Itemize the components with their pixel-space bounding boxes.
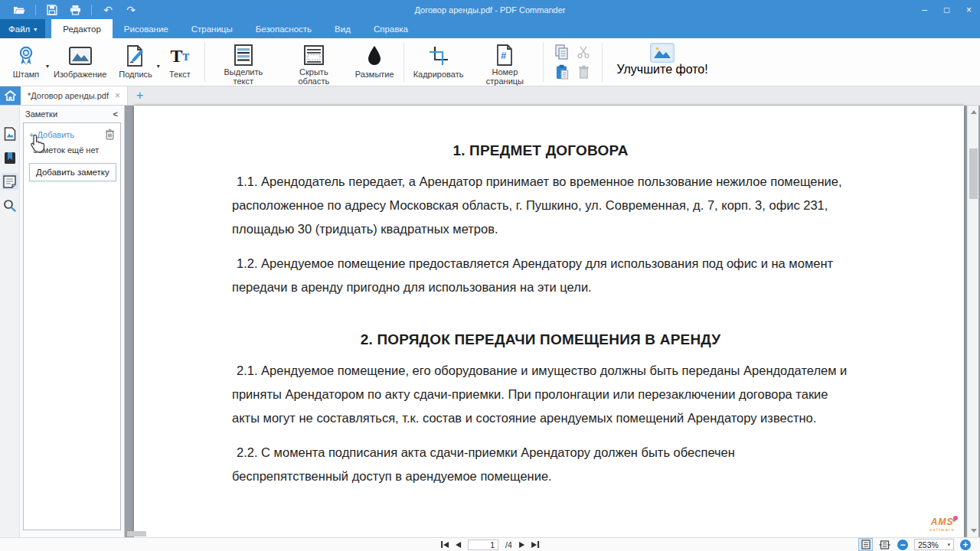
zoom-level-value: 253%	[918, 540, 939, 549]
file-menu-label: Файл	[8, 24, 30, 34]
page-number-input[interactable]	[468, 540, 498, 550]
file-menu-button[interactable]: Файл ▾	[0, 19, 45, 38]
print-button[interactable]	[64, 0, 87, 19]
titlebar-separator	[35, 5, 36, 15]
improve-photo-icon	[652, 45, 672, 60]
horizontal-scrollbar-thumb[interactable]	[127, 531, 146, 536]
text-tool-icon: т	[182, 48, 189, 64]
redo-icon: ↷	[126, 5, 136, 15]
scroll-up-icon[interactable]	[971, 110, 977, 114]
save-icon	[47, 5, 57, 15]
tab-label: Рисование	[124, 24, 168, 34]
signature-button[interactable]: Подпись ▾	[113, 38, 158, 86]
fit-page-button[interactable]	[859, 539, 872, 550]
undo-button[interactable]: ↶	[96, 0, 119, 19]
crop-button[interactable]: Кадрировать	[407, 38, 470, 86]
paste-button[interactable]	[556, 64, 569, 83]
trash-icon	[578, 65, 590, 79]
paste-icon	[556, 64, 569, 80]
sidebar-item-search[interactable]	[2, 197, 18, 214]
toolbar-separator	[602, 42, 603, 82]
save-button[interactable]	[41, 0, 64, 19]
folder-open-icon	[13, 5, 25, 15]
tab-label: Редактор	[63, 24, 101, 34]
document-tab-active[interactable]: *Договор аренды.pdf ×	[21, 86, 128, 105]
tab-label: Страницы	[191, 24, 233, 34]
hand-cursor-icon	[27, 132, 47, 158]
close-button[interactable]: ×	[958, 0, 980, 19]
tab-close-icon[interactable]: ×	[115, 91, 120, 100]
tab-label: Безопасность	[256, 24, 312, 34]
pdf-commander-window: ↶ ↷ Договор аренды.pdf - PDF Commander –…	[0, 0, 980, 551]
window-title: Договор аренды.pdf - PDF Commander	[0, 5, 980, 15]
tab-security[interactable]: Безопасность	[244, 19, 323, 38]
next-page-button[interactable]	[519, 542, 524, 548]
minimize-button[interactable]: –	[913, 0, 936, 19]
signature-icon	[125, 45, 146, 67]
thumbnails-icon	[4, 127, 16, 141]
collapse-panel-icon[interactable]: <	[113, 109, 118, 119]
text-button[interactable]: Tт Текст	[158, 38, 201, 86]
cut-scissors-icon	[577, 45, 590, 59]
cut-button[interactable]	[577, 45, 590, 62]
document-paragraph: 1.1. Арендодатель передает, а Арендатор …	[232, 170, 849, 241]
print-icon	[70, 5, 81, 15]
tab-pages[interactable]: Страницы	[180, 19, 244, 38]
tool-label: Выделить текст	[214, 67, 273, 86]
blur-button[interactable]: Размытие	[349, 38, 400, 86]
page-total-label: /4	[505, 540, 512, 549]
tab-editor[interactable]: Редактор	[51, 19, 113, 38]
fit-width-button[interactable]	[878, 539, 891, 550]
title-bar: ↶ ↷ Договор аренды.pdf - PDF Commander –…	[0, 0, 980, 19]
tab-view[interactable]: Вид	[323, 19, 362, 38]
tab-help[interactable]: Справка	[362, 19, 420, 38]
new-tab-button[interactable]: +	[128, 86, 152, 105]
fit-width-icon	[879, 540, 890, 549]
chevron-down-icon: ▾	[947, 542, 950, 548]
sidebar-item-bookmarks[interactable]	[2, 149, 18, 166]
sidebar-item-notes[interactable]	[2, 173, 18, 190]
blur-droplet-icon	[366, 45, 383, 67]
scroll-down-icon[interactable]	[971, 529, 977, 533]
previous-page-button[interactable]	[456, 542, 461, 548]
hide-area-button[interactable]: Скрыть область	[279, 38, 349, 86]
hide-area-icon	[304, 45, 324, 65]
maximize-button[interactable]: □	[936, 0, 958, 19]
open-file-button[interactable]	[8, 0, 31, 19]
zoom-in-button[interactable]: +	[960, 540, 971, 550]
notes-panel-title: Заметки	[25, 109, 57, 119]
zoom-level-dropdown[interactable]: 253% ▾	[914, 539, 954, 550]
first-page-button[interactable]	[441, 541, 449, 548]
svg-text:#: #	[501, 50, 507, 61]
redo-button[interactable]: ↷	[119, 0, 142, 19]
sidebar-item-thumbnails[interactable]	[2, 126, 18, 142]
sidebar-icon-strip	[0, 106, 20, 537]
improve-photo-button[interactable]: Улучшите фото!	[606, 38, 718, 86]
document-paragraph: 2.1. Арендуемое помещение, его оборудова…	[232, 359, 849, 430]
page-navigation: /4	[441, 538, 539, 551]
home-button[interactable]	[0, 86, 21, 105]
document-canvas: 1. ПРЕДМЕТ ДОГОВОРА 1.1. Арендодатель пе…	[125, 106, 980, 537]
pdf-page[interactable]: 1. ПРЕДМЕТ ДОГОВОРА 1.1. Арендодатель пе…	[134, 106, 964, 537]
copy-button[interactable]	[555, 44, 569, 63]
close-icon: ×	[966, 5, 972, 15]
chevron-down-icon: ▾	[34, 26, 37, 33]
image-icon	[69, 47, 92, 65]
scrollbar-thumb[interactable]	[969, 148, 978, 199]
zoom-out-button[interactable]: −	[897, 540, 908, 550]
tab-drawing[interactable]: Рисование	[113, 19, 180, 38]
page-number-button[interactable]: # Номер страницы	[469, 38, 540, 86]
stamp-button[interactable]: Штамп ▾	[5, 38, 47, 86]
image-button[interactable]: Изображение	[47, 38, 113, 86]
delete-button[interactable]	[578, 65, 590, 82]
document-heading: 2. ПОРЯДОК ПЕРЕДАЧИ ПОМЕЩЕНИЯ В АРЕНДУ	[232, 331, 849, 348]
toolbar-separator	[543, 42, 544, 82]
copy-icon	[555, 44, 569, 60]
plus-icon: +	[136, 89, 143, 103]
vertical-scrollbar[interactable]	[967, 106, 978, 537]
tool-label: Размытие	[355, 70, 394, 79]
undo-icon: ↶	[103, 5, 113, 15]
highlight-text-button[interactable]: Выделить текст	[208, 38, 279, 86]
trash-icon[interactable]	[105, 129, 115, 140]
last-page-button[interactable]	[531, 541, 539, 548]
